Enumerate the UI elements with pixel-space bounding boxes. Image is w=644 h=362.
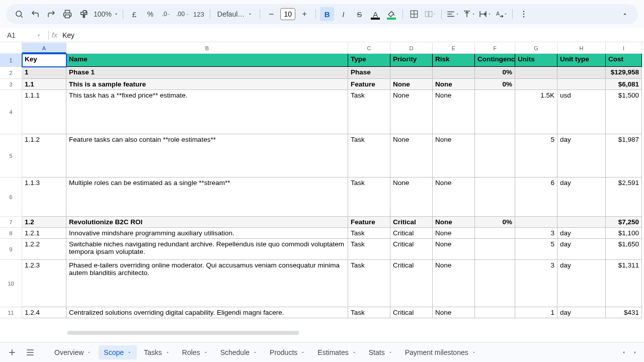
- font-family-dropdown[interactable]: Defaul…: [214, 10, 256, 18]
- row-header-5[interactable]: 5: [0, 134, 22, 177]
- cell[interactable]: 0%: [475, 79, 515, 90]
- column-header-A[interactable]: A: [22, 43, 66, 54]
- cell[interactable]: None: [433, 239, 475, 260]
- column-header-B[interactable]: B: [66, 43, 348, 54]
- cell[interactable]: Task: [348, 307, 390, 318]
- cell[interactable]: Switchable niches navigating redundant a…: [66, 239, 348, 260]
- spreadsheet-grid[interactable]: ABCDEFGHI1KeyNameTypePriorityRiskConting…: [0, 43, 644, 338]
- cell[interactable]: $1,311: [606, 260, 642, 307]
- row-header-1[interactable]: 1: [0, 54, 22, 67]
- cell[interactable]: 1: [515, 307, 557, 318]
- cell[interactable]: Critical: [390, 307, 433, 318]
- chevron-down-icon[interactable]: [300, 350, 305, 355]
- sheet-tab-tasks[interactable]: Tasks: [139, 345, 175, 359]
- cell[interactable]: None: [390, 79, 433, 90]
- row-header-3[interactable]: 3: [0, 79, 22, 90]
- chevron-down-icon[interactable]: [127, 350, 132, 355]
- cell[interactable]: Task: [348, 177, 390, 217]
- select-all-corner[interactable]: [0, 43, 22, 54]
- row-header-4[interactable]: 4: [0, 90, 22, 134]
- chevron-down-icon[interactable]: [471, 350, 476, 355]
- cell[interactable]: [515, 217, 557, 228]
- vertical-align-button[interactable]: [462, 7, 476, 21]
- row-header-6[interactable]: 6: [0, 177, 22, 217]
- cell[interactable]: Critical: [390, 260, 433, 307]
- column-header-G[interactable]: G: [515, 43, 557, 54]
- scroll-tabs-right-icon[interactable]: [630, 344, 640, 360]
- header-cell-risk[interactable]: Risk: [433, 54, 475, 67]
- row-header-2[interactable]: 2: [0, 67, 22, 79]
- column-header-C[interactable]: C: [348, 43, 390, 54]
- cell[interactable]: day: [557, 239, 606, 260]
- cell[interactable]: Task: [348, 90, 390, 134]
- cell[interactable]: [475, 90, 515, 134]
- increase-decimal-icon[interactable]: .00→: [176, 7, 190, 21]
- cell[interactable]: Phased e-tailers overriding online moder…: [66, 260, 348, 307]
- cell[interactable]: None: [433, 90, 475, 134]
- more-icon[interactable]: [517, 7, 531, 21]
- row-header-9[interactable]: 9: [0, 239, 22, 260]
- sheet-tab-scope[interactable]: Scope: [99, 345, 137, 359]
- cell[interactable]: [557, 67, 606, 79]
- cell[interactable]: Centralized solutions overriding digital…: [66, 307, 348, 318]
- cell[interactable]: $431: [606, 307, 642, 318]
- sheet-tab-roles[interactable]: Roles: [177, 345, 213, 359]
- cell[interactable]: 3: [515, 260, 557, 307]
- horizontal-align-button[interactable]: [446, 7, 460, 21]
- font-size-input[interactable]: [280, 8, 295, 20]
- cell[interactable]: 1.2: [22, 217, 66, 228]
- cell[interactable]: $1,500: [606, 90, 642, 134]
- cell[interactable]: None: [433, 228, 475, 239]
- search-icon[interactable]: [12, 7, 26, 21]
- cell[interactable]: day: [557, 260, 606, 307]
- header-cell-name[interactable]: Name: [66, 54, 348, 67]
- cell[interactable]: Critical: [390, 217, 433, 228]
- cell[interactable]: [475, 177, 515, 217]
- cell[interactable]: 1.2.4: [22, 307, 66, 318]
- text-color-button[interactable]: A: [368, 7, 382, 21]
- cell[interactable]: $129,958: [606, 67, 642, 79]
- cell[interactable]: This task has a **fixed price** estimate…: [66, 90, 348, 134]
- zoom-dropdown[interactable]: 100%: [93, 10, 119, 18]
- currency-button[interactable]: £: [127, 7, 141, 21]
- cell[interactable]: [390, 67, 433, 79]
- cell[interactable]: 5: [515, 134, 557, 177]
- cell[interactable]: [433, 67, 475, 79]
- cell[interactable]: None: [433, 260, 475, 307]
- text-rotation-button[interactable]: A: [494, 7, 508, 21]
- cell[interactable]: None: [433, 79, 475, 90]
- cell[interactable]: None: [390, 177, 433, 217]
- cell[interactable]: [557, 79, 606, 90]
- cell[interactable]: [557, 217, 606, 228]
- percent-button[interactable]: %: [143, 7, 157, 21]
- cell[interactable]: 1.2.2: [22, 239, 66, 260]
- sheet-tab-overview[interactable]: Overview: [49, 345, 97, 359]
- cell[interactable]: Task: [348, 239, 390, 260]
- chevron-down-icon[interactable]: [203, 350, 208, 355]
- cell[interactable]: None: [390, 90, 433, 134]
- decrease-decimal-icon[interactable]: .0←: [159, 7, 174, 21]
- sheet-tab-schedule[interactable]: Schedule: [215, 345, 263, 359]
- text-wrap-button[interactable]: [478, 7, 492, 21]
- cell[interactable]: Task: [348, 228, 390, 239]
- cell[interactable]: 0%: [475, 217, 515, 228]
- row-header-10[interactable]: 10: [0, 260, 22, 307]
- strikethrough-button[interactable]: S: [352, 7, 366, 21]
- cell[interactable]: day: [557, 228, 606, 239]
- cell[interactable]: [515, 67, 557, 79]
- cell[interactable]: Critical: [390, 239, 433, 260]
- cell[interactable]: usd: [557, 90, 606, 134]
- cell[interactable]: [475, 134, 515, 177]
- cell[interactable]: 1.1.1: [22, 90, 66, 134]
- cell[interactable]: 1.5K: [515, 90, 557, 134]
- collapse-toolbar-icon[interactable]: [618, 7, 632, 21]
- cell[interactable]: None: [390, 134, 433, 177]
- scroll-tabs-left-icon[interactable]: [619, 344, 629, 360]
- row-header-7[interactable]: 7: [0, 217, 22, 228]
- cell[interactable]: $1,987: [606, 134, 642, 177]
- cell[interactable]: 1.1: [22, 79, 66, 90]
- sheet-tab-stats[interactable]: Stats: [364, 345, 398, 359]
- italic-button[interactable]: I: [336, 7, 350, 21]
- decrease-font-size-button[interactable]: −: [264, 7, 278, 21]
- header-cell-priority[interactable]: Priority: [390, 54, 433, 67]
